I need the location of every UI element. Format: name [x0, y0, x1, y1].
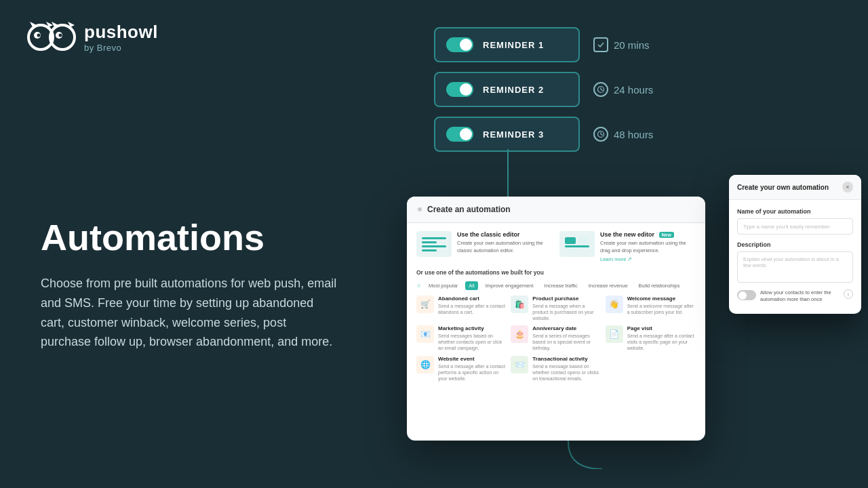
name-field-placeholder: Type a name you'll easily remember [743, 224, 830, 230]
svg-line-8 [601, 89, 603, 91]
new-badge: New [659, 232, 674, 238]
time-indicator-2: 24 hours [593, 82, 653, 97]
new-editor-name: Use the new editor New [600, 231, 696, 238]
automation-product-purchase[interactable]: 🛍️ Product purchase Send a message when … [511, 296, 601, 321]
marketing-icon: 📧 [416, 325, 434, 343]
create-own-panel: Create your own automation × Name of you… [729, 175, 861, 314]
clock-icon-2 [593, 82, 608, 97]
reminders-area: REMINDER 1 20 mins REMINDER 2 [434, 27, 653, 152]
page-icon: 📄 [606, 325, 623, 343]
filter-improve[interactable]: Improve engagement [482, 281, 537, 290]
automation-website-event[interactable]: 🌐 Website event Send a message after a c… [416, 356, 507, 382]
panel-header: Create your own automation × [729, 175, 861, 200]
editors-row: Use the classic editor Create your own a… [416, 231, 696, 262]
reminder-label-3: REMINDER 3 [483, 129, 544, 140]
or-use-label: Or use one of the automations we built f… [416, 269, 696, 276]
learn-more-link[interactable]: Learn more ↗ [600, 256, 696, 262]
description-field-label: Description [737, 241, 853, 248]
description-field-input[interactable]: Explain what your automation is about in… [737, 251, 853, 283]
star-icon: ☆ [416, 283, 421, 289]
new-editor-thumb [559, 231, 595, 257]
name-field-label: Name of your automation [737, 208, 853, 215]
automation-anniversary[interactable]: 🎂 Anniversary date Send a series of mess… [511, 325, 601, 351]
modal-bg-body: Use the classic editor Create your own a… [407, 223, 705, 390]
filter-all[interactable]: All [465, 281, 477, 290]
new-editor-desc: Create your own automation using the dra… [600, 240, 696, 254]
name-field-input[interactable]: Type a name you'll easily remember [737, 218, 853, 235]
classic-editor-desc: Create your own automation using the cla… [457, 240, 553, 254]
reminder-toggle-1[interactable] [446, 37, 473, 52]
transactional-icon: 📨 [511, 356, 528, 373]
automation-page-visit[interactable]: 📄 Page visit Send a message after a cont… [606, 325, 696, 351]
main-content: Automations Choose from pre built automa… [41, 218, 353, 352]
automation-welcome[interactable]: 👋 Welcome message Send a welcome message… [606, 296, 696, 321]
modal-bg-header: Create an automation [407, 197, 705, 223]
new-editor-option[interactable]: Use the new editor New Create your own a… [559, 231, 696, 262]
purchase-icon: 🛍️ [511, 296, 528, 313]
allow-toggle-text: Allow your contacts to enter the automat… [760, 289, 840, 303]
filter-traffic[interactable]: Increase traffic [541, 281, 581, 290]
reminder-row-2: REMINDER 2 24 hours [434, 72, 653, 107]
reminder-toggle-2[interactable] [446, 82, 473, 97]
reminder-box-2[interactable]: REMINDER 2 [434, 72, 580, 107]
allow-toggle[interactable] [737, 290, 756, 300]
automation-grid: 🛒 Abandoned cart Send a message after a … [416, 296, 696, 382]
reminder-row-1: REMINDER 1 20 mins [434, 27, 653, 62]
filter-relationships[interactable]: Build relationships [635, 281, 684, 290]
time-text-2: 24 hours [614, 84, 653, 96]
clock-icon-3 [593, 127, 608, 142]
reminder-row-3: REMINDER 3 48 hours [434, 117, 653, 152]
reminder-toggle-3[interactable] [446, 127, 473, 142]
right-panel: REMINDER 1 20 mins REMINDER 2 [380, 0, 868, 488]
svg-line-11 [601, 134, 603, 136]
reminder-box-3[interactable]: REMINDER 3 [434, 117, 580, 152]
panel-close-button[interactable]: × [842, 182, 853, 192]
filter-most-popular[interactable]: Most popular [425, 281, 461, 290]
classic-editor-option[interactable]: Use the classic editor Create your own a… [416, 231, 553, 262]
info-icon[interactable]: i [844, 289, 853, 299]
automation-marketing[interactable]: 📧 Marketing activity Send messages based… [416, 325, 507, 351]
create-automation-modal: Create an automation Use the classi [407, 197, 705, 441]
left-panel: Automations Choose from pre built automa… [0, 0, 393, 488]
check-icon-1 [593, 37, 608, 52]
time-text-1: 20 mins [614, 39, 650, 51]
panel-title: Create your own automation [737, 184, 829, 191]
anniversary-icon: 🎂 [511, 325, 528, 343]
reminder-box-1[interactable]: REMINDER 1 [434, 27, 580, 62]
page-title: Automations [41, 218, 353, 258]
time-indicator-1: 20 mins [593, 37, 650, 52]
cart-icon: 🛒 [416, 296, 434, 313]
website-icon: 🌐 [416, 356, 434, 373]
time-text-3: 48 hours [614, 129, 653, 140]
page-description: Choose from pre built automations for we… [41, 274, 339, 352]
classic-editor-thumb [416, 231, 452, 257]
modal-dot [418, 207, 422, 211]
filter-revenue[interactable]: Increase revenue [585, 281, 631, 290]
time-indicator-3: 48 hours [593, 127, 653, 142]
description-field-placeholder: Explain what your automation is about in… [743, 256, 839, 268]
automation-abandoned-cart[interactable]: 🛒 Abandoned cart Send a message after a … [416, 296, 507, 321]
allow-toggle-row: Allow your contacts to enter the automat… [737, 289, 853, 303]
classic-editor-name: Use the classic editor [457, 231, 553, 238]
panel-body: Name of your automation Type a name you'… [729, 200, 861, 314]
welcome-icon: 👋 [606, 296, 623, 313]
reminder-label-1: REMINDER 1 [483, 40, 544, 50]
filter-tabs: ☆ Most popular All Improve engagement In… [416, 281, 696, 290]
modal-bg-title: Create an automation [427, 205, 511, 214]
automation-transactional[interactable]: 📨 Transactional activity Send a message … [511, 356, 601, 382]
reminder-label-2: REMINDER 2 [483, 85, 544, 95]
